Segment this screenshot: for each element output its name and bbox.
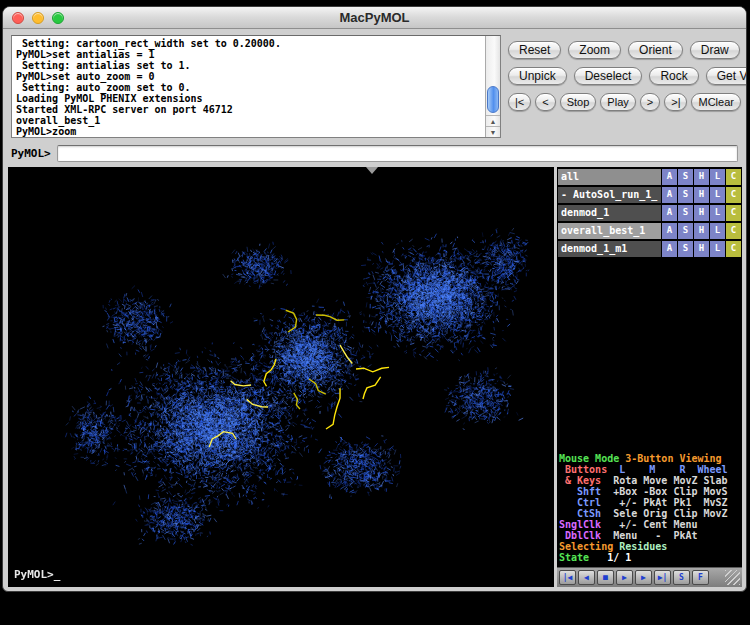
object-h-button[interactable]: H [694, 241, 709, 257]
scrollbar-arrows: ▲ ▼ [486, 115, 500, 137]
resize-grip-icon[interactable] [725, 570, 740, 585]
object-h-button[interactable]: H [694, 187, 709, 203]
object-s-button[interactable]: S [678, 187, 693, 203]
toolbar-button-deselect[interactable]: Deselect [574, 67, 643, 85]
console-line: Started XML-RPC server on port 46712 [16, 104, 485, 115]
object-panel: allASHLC- AutoSol_run_1_ASHLCdenmod_1ASH… [557, 169, 742, 259]
object-a-button[interactable]: A [662, 187, 677, 203]
toolbar-button-[interactable]: |< [508, 93, 531, 111]
toolbar-button-orient[interactable]: Orient [628, 41, 683, 59]
mouse-panel-line: State 1/ 1 [559, 552, 740, 563]
object-s-button[interactable]: S [678, 223, 693, 239]
vcr-button[interactable]: S [673, 570, 690, 585]
object-l-button[interactable]: L [710, 169, 725, 185]
toolbar-button-stop[interactable]: Stop [560, 93, 597, 111]
toolbar-button-reset[interactable]: Reset [508, 41, 561, 59]
toolbar-button-unpick[interactable]: Unpick [508, 67, 567, 85]
object-name[interactable]: denmod_1 [558, 205, 661, 221]
toolbar-button-mclear[interactable]: MClear [691, 93, 740, 111]
main-area: PyMOL>_ allASHLC- AutoSol_run_1_ASHLCden… [3, 165, 746, 592]
object-name[interactable]: - AutoSol_run_1_ [558, 187, 661, 203]
console-line: PyMOL>zoom [16, 126, 485, 137]
mouse-panel-line: & Keys Rota Move MovZ Slab [559, 475, 740, 486]
console-line: Setting: cartoon_rect_width set to 0.200… [16, 38, 485, 49]
mouse-panel-line: Mouse Mode 3-Button Viewing [559, 453, 740, 464]
mouse-panel-line: Ctrl +/- PkAt Pk1 MvSZ [559, 497, 740, 508]
object-h-button[interactable]: H [694, 223, 709, 239]
command-row: PyMOL> [3, 141, 746, 165]
vcr-button[interactable]: ▶ [635, 570, 652, 585]
object-c-button[interactable]: C [726, 205, 741, 221]
sidebar-spacer [557, 259, 742, 451]
object-h-button[interactable]: H [694, 205, 709, 221]
window-title: MacPyMOL [3, 10, 746, 25]
object-name[interactable]: denmod_1_m1 [558, 241, 661, 257]
object-row: denmod_1_m1ASHLC [558, 241, 741, 257]
object-c-button[interactable]: C [726, 241, 741, 257]
object-a-button[interactable]: A [662, 241, 677, 257]
object-c-button[interactable]: C [726, 223, 741, 239]
splitter-handle-icon[interactable] [366, 167, 378, 174]
object-row: allASHLC [558, 169, 741, 185]
electron-density-mesh[interactable] [8, 167, 554, 587]
toolbar-row-1: ResetZoomOrientDrawRay [508, 41, 741, 59]
object-a-button[interactable]: A [662, 169, 677, 185]
object-name[interactable]: all [558, 169, 661, 185]
object-s-button[interactable]: S [678, 205, 693, 221]
viewport-prompt: PyMOL>_ [14, 568, 60, 581]
object-c-button[interactable]: C [726, 187, 741, 203]
vcr-button[interactable]: ◀ [578, 570, 595, 585]
console-box: Setting: cartoon_rect_width set to 0.200… [11, 35, 501, 138]
scrollbar-up-icon[interactable]: ▲ [486, 115, 500, 126]
toolbar-button-[interactable]: > [640, 93, 660, 111]
mouse-panel-line: SnglClk +/- Cent Menu [559, 519, 740, 530]
toolbar-button-play[interactable]: Play [600, 93, 635, 111]
vcr-button[interactable]: F [692, 570, 709, 585]
console-line: PyMOL>set antialias = 1 [16, 49, 485, 60]
console-log[interactable]: Setting: cartoon_rect_width set to 0.200… [12, 36, 485, 137]
mouse-panel-line: CtSh Sele Orig Clip MovZ [559, 508, 740, 519]
console-line: Setting: antialias set to 1. [16, 60, 485, 71]
console-line: Setting: auto_zoom set to 0. [16, 82, 485, 93]
vcr-button[interactable]: ■ [597, 570, 614, 585]
vcr-button[interactable]: ▶| [654, 570, 671, 585]
toolbar-button-draw[interactable]: Draw [690, 41, 740, 59]
object-name[interactable]: overall_best_1 [558, 223, 661, 239]
object-s-button[interactable]: S [678, 169, 693, 185]
toolbar-button-[interactable]: < [535, 93, 555, 111]
mouse-panel-line: Selecting Residues [559, 541, 740, 552]
object-h-button[interactable]: H [694, 169, 709, 185]
toolbar-button-[interactable]: >| [664, 93, 687, 111]
console-line: PyMOL>set auto_zoom = 0 [16, 71, 485, 82]
scrollbar-down-icon[interactable]: ▼ [486, 126, 500, 137]
vcr-button[interactable]: ▶ [616, 570, 633, 585]
toolbar-row-2: UnpickDeselectRockGet View [508, 67, 741, 85]
object-sidebar: allASHLC- AutoSol_run_1_ASHLCdenmod_1ASH… [557, 167, 742, 587]
mouse-panel-line: Buttons L M R Wheel [559, 464, 740, 475]
title-bar[interactable]: MacPyMOL [3, 7, 746, 29]
vcr-controls: |◀◀■▶▶▶|SF [559, 570, 709, 585]
object-a-button[interactable]: A [662, 205, 677, 221]
toolbar-button-rock[interactable]: Rock [649, 67, 698, 85]
toolbar: ResetZoomOrientDrawRay UnpickDeselectRoc… [508, 41, 741, 119]
command-input[interactable] [57, 145, 738, 162]
object-l-button[interactable]: L [710, 205, 725, 221]
object-l-button[interactable]: L [710, 187, 725, 203]
console-line: Loading PyMOL PHENIX extensions [16, 93, 485, 104]
toolbar-button-zoom[interactable]: Zoom [568, 41, 621, 59]
console-scrollbar[interactable]: ▲ ▼ [485, 36, 500, 137]
object-c-button[interactable]: C [726, 169, 741, 185]
3d-viewport[interactable]: PyMOL>_ [8, 167, 554, 587]
object-a-button[interactable]: A [662, 223, 677, 239]
console-line: overall_best_1 [16, 115, 485, 126]
scrollbar-thumb[interactable] [487, 86, 499, 113]
object-l-button[interactable]: L [710, 223, 725, 239]
object-s-button[interactable]: S [678, 241, 693, 257]
object-l-button[interactable]: L [710, 241, 725, 257]
command-prompt-label: PyMOL> [11, 147, 51, 160]
object-row: - AutoSol_run_1_ASHLC [558, 187, 741, 203]
vcr-button[interactable]: |◀ [559, 570, 576, 585]
object-row: overall_best_1ASHLC [558, 223, 741, 239]
movie-control-bar: |◀◀■▶▶▶|SF [557, 567, 742, 587]
toolbar-button-get-view[interactable]: Get View [706, 67, 747, 85]
